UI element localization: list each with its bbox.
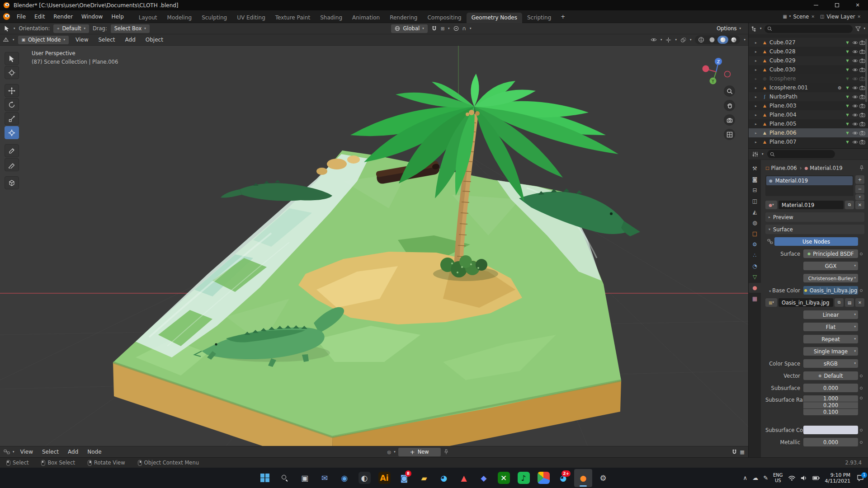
modifiers[interactable]: ⚙ [749, 239, 761, 249]
object-name[interactable]: Icosphere [769, 75, 796, 82]
radius-x-slider[interactable]: 1.000 [803, 395, 858, 402]
viewport-menu-item[interactable]: View [72, 37, 91, 43]
expand-arrow-icon[interactable]: ▸ [755, 113, 760, 117]
options-dropdown[interactable]: Options▾ [713, 24, 745, 33]
edge-browser-icon[interactable]: ◕ [435, 469, 453, 487]
maximize-button[interactable] [826, 0, 847, 10]
render-camera-icon[interactable] [859, 94, 865, 100]
rotate-tool[interactable] [5, 98, 19, 111]
object-name[interactable]: Cube.028 [769, 48, 796, 55]
outliner-row[interactable]: ▸ ◎ Icosphere ⚙ ▼ [749, 74, 868, 83]
render-camera-icon[interactable] [859, 85, 865, 91]
slot-specials-button[interactable]: ▾ [855, 194, 864, 200]
outliner-row[interactable]: ▸ ▲ Plane.005 ⚙ ▼ [749, 119, 868, 128]
outliner-row[interactable]: ▸ ʃ NurbsPath ⚙ ▼ [749, 92, 868, 101]
render-camera-icon[interactable] [859, 49, 865, 55]
annotate-tool[interactable] [5, 144, 19, 157]
workspace-tab[interactable]: Compositing [422, 13, 466, 23]
metallic-slider[interactable]: 0.000 [803, 438, 858, 446]
material-slot-row[interactable]: ● Material.019 [766, 176, 853, 185]
node-snap-icon[interactable] [731, 449, 737, 455]
physics[interactable]: ◔ [749, 261, 761, 271]
hide-eye-icon[interactable] [852, 58, 858, 64]
render-camera-icon[interactable] [859, 112, 865, 118]
photoshop-app-icon[interactable]: ◐ [355, 469, 373, 487]
hide-eye-icon[interactable] [852, 85, 858, 91]
view-layer[interactable]: ◫ [749, 196, 761, 206]
outliner-scrollbar[interactable] [865, 39, 867, 102]
illustrator-app-icon[interactable]: Ai [375, 469, 393, 487]
scale-tool[interactable] [5, 112, 19, 125]
breadcrumb-material[interactable]: Material.019 [810, 165, 842, 171]
3d-viewport[interactable]: User Perspective (87) Scene Collection |… [0, 46, 748, 446]
shading-material-button[interactable] [717, 36, 728, 44]
settings-app-icon[interactable]: ⚙ [594, 469, 612, 487]
material[interactable]: ● [749, 283, 761, 293]
outliner-editor-icon[interactable] [751, 26, 757, 32]
windows-ink-pen-icon[interactable]: ✎ [763, 474, 768, 481]
viewport-menu-item[interactable]: Select [95, 37, 118, 43]
outliner-row[interactable]: ▸ ▲ Plane.007 ⚙ ▼ [749, 137, 868, 146]
render-camera-icon[interactable] [859, 121, 865, 127]
overlays-toggle-icon[interactable] [680, 37, 686, 43]
falloff-icon[interactable]: ∩ [462, 25, 466, 32]
duplicate-material-button[interactable]: ⧉ [845, 201, 854, 209]
material-slot-list[interactable]: ● Material.019 [765, 175, 854, 196]
render-camera-icon[interactable] [859, 67, 865, 73]
blender-app-icon[interactable]: ● [574, 469, 592, 487]
color-space-dropdown[interactable]: sRGB▾ [803, 359, 858, 368]
mail-app-icon[interactable]: ✉ [316, 469, 334, 487]
hide-eye-icon[interactable] [852, 121, 858, 127]
blender-app-menu-icon[interactable] [3, 13, 10, 20]
workspace-tab[interactable]: Texture Paint [270, 13, 315, 23]
render-camera-icon[interactable] [859, 76, 865, 82]
node-editor-icon[interactable] [4, 449, 10, 455]
taskbar-search-button[interactable] [276, 469, 294, 487]
outliner-row[interactable]: ▸ ▲ Icosphere.001 ⚙ ▼ [749, 83, 868, 92]
world[interactable]: ◍ [749, 218, 761, 228]
language-indicator[interactable]: ENGUS [773, 473, 783, 483]
measure-tool[interactable] [5, 158, 19, 171]
minimize-button[interactable] [806, 0, 826, 10]
add-workspace-button[interactable]: + [557, 11, 569, 22]
workspace-tab[interactable]: UV Editing [232, 13, 270, 23]
camera-view-icon[interactable] [724, 114, 735, 126]
outliner-row[interactable]: ▸ ▲ Plane.004 ⚙ ▼ [749, 110, 868, 119]
workspace-tab[interactable]: Animation [347, 13, 385, 23]
browse-image-button[interactable]: ▦▾ [765, 298, 777, 307]
select-box-tool[interactable] [5, 52, 19, 65]
image-name-field[interactable]: Oasis_in_Libya.jpg [778, 298, 833, 307]
expand-arrow-icon[interactable]: ▸ [755, 86, 760, 90]
expand-arrow-icon[interactable]: ▸ [755, 95, 760, 99]
render-camera-icon[interactable] [859, 130, 865, 136]
menu-item[interactable]: Help [107, 11, 127, 22]
outliner-row[interactable]: ▸ ▲ Cube.027 ⚙ ▼ [749, 38, 868, 47]
base-color-button[interactable]: ●Oasis_in_Libya.jpg [803, 286, 858, 295]
3d-viewport-scene[interactable] [0, 46, 748, 446]
interpolation-dropdown[interactable]: Linear▾ [803, 310, 858, 319]
render[interactable]: ◙ [749, 174, 761, 184]
mode-dropdown[interactable]: ▣ Object Mode▾ [18, 36, 69, 44]
preview-section-header[interactable]: ▸Preview [765, 212, 864, 222]
properties-editor-icon[interactable] [752, 151, 758, 157]
output[interactable]: ⊟ [749, 185, 761, 195]
hide-eye-icon[interactable] [852, 49, 858, 55]
start-button[interactable] [256, 469, 274, 487]
expand-arrow-icon[interactable]: ▸ [755, 122, 760, 126]
wifi-icon[interactable] [788, 475, 796, 481]
object-name[interactable]: Plane.003 [769, 103, 797, 109]
tray-chevron-icon[interactable]: ∧ [743, 474, 748, 481]
duplicate-image-button[interactable]: ⧉ [835, 298, 844, 307]
workspace-tab[interactable]: Scripting [522, 13, 556, 23]
expand-arrow-icon[interactable]: ▸ [755, 50, 760, 54]
viewport-menu-item[interactable]: Add [122, 37, 139, 43]
workspace-tab[interactable]: Layout [134, 13, 162, 23]
hide-eye-icon[interactable] [852, 103, 858, 109]
vector-dropdown[interactable]: ●Default [803, 371, 858, 380]
menu-item[interactable]: File [13, 11, 30, 22]
filter-icon[interactable] [855, 26, 861, 32]
menu-item[interactable]: Window [77, 11, 107, 22]
outlook-app-icon[interactable]: ◙ 8 [395, 469, 413, 487]
surface-shader-dropdown[interactable]: ●Principled BSDF [803, 249, 858, 258]
chrome-browser-icon[interactable] [534, 469, 552, 487]
